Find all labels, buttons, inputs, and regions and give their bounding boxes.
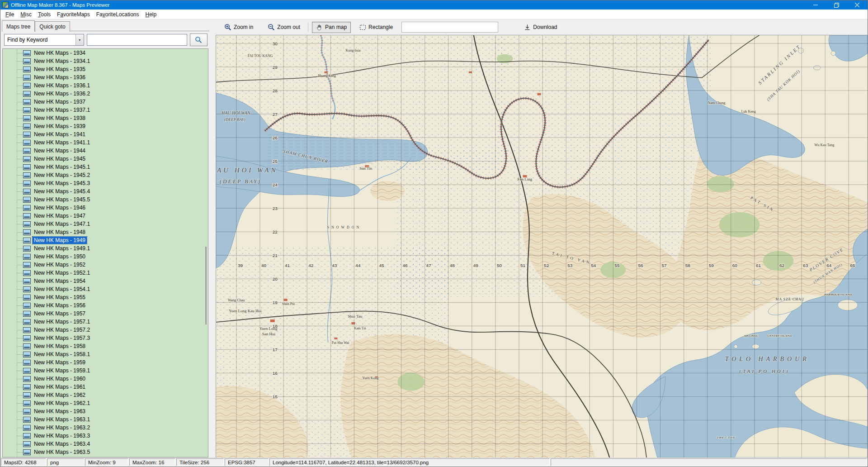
panel-splitter[interactable] [209, 19, 216, 457]
map-image-icon [23, 189, 31, 195]
tree-item[interactable]: New HK Maps - 1945.4 [3, 187, 204, 195]
tree-item[interactable]: New HK Maps - 1954.1 [3, 285, 204, 293]
find-mode-value: Find by Keyword [7, 37, 47, 43]
tree-connector [17, 216, 23, 216]
tree-item[interactable]: New HK Maps - 1944 [3, 147, 204, 155]
tree-item[interactable]: New HK Maps - 1935 [3, 65, 204, 73]
tree-item[interactable]: New HK Maps - 1956 [3, 301, 204, 310]
menu-item-help[interactable]: Help [142, 10, 160, 19]
rectangle-button[interactable]: Rectangle [355, 22, 397, 33]
tree-item[interactable]: New HK Maps - 1960 [3, 375, 204, 383]
tree-item[interactable]: New HK Maps - 1945.1 [3, 163, 204, 171]
tree-item[interactable]: New HK Maps - 1963.1 [3, 415, 204, 424]
map-image-icon [23, 229, 31, 235]
tree-item[interactable]: New HK Maps - 1941.1 [3, 138, 204, 147]
tree-item-selected[interactable]: New HK Maps - 1949 [3, 236, 204, 244]
tree-item[interactable]: New HK Maps - 1963.4 [3, 440, 204, 448]
map-label: San Tin [359, 166, 372, 171]
tree-item[interactable]: New HK Maps - 1936 [3, 73, 204, 81]
tree-connector [17, 118, 23, 119]
tab-maps-tree[interactable]: Maps tree [2, 20, 35, 32]
tree-item[interactable]: New HK Maps - 1950 [3, 253, 204, 261]
menu-item-tools[interactable]: Tools [35, 10, 54, 19]
tree-item[interactable]: New HK Maps - 1958 [3, 342, 204, 350]
grid-easting-label: 62 [779, 263, 785, 268]
tree-item[interactable]: New HK Maps - 1952 [3, 261, 204, 269]
grid-easting-label: 45 [379, 263, 384, 268]
tree-item[interactable]: New HK Maps - 1947.1 [3, 220, 204, 228]
tree-item[interactable]: New HK Maps - 1959.1 [3, 367, 204, 375]
zoom-out-button[interactable]: Zoom out [264, 21, 304, 33]
tree-item[interactable]: New HK Maps - 1937.1 [3, 106, 204, 114]
tree-item[interactable]: New HK Maps - 1952.1 [3, 269, 204, 277]
maximize-button[interactable] [826, 0, 847, 10]
tree-item[interactable]: New HK Maps - 1963.5 [3, 448, 204, 456]
search-input[interactable] [87, 34, 187, 46]
map-image-icon [23, 50, 31, 56]
zoom-in-button[interactable]: Zoom in [220, 21, 257, 33]
chevron-down-icon[interactable]: ▼ [75, 34, 84, 45]
toolbar-input[interactable] [401, 22, 498, 33]
app-icon [2, 2, 9, 8]
tree-item[interactable]: New HK Maps - 1957.3 [3, 334, 204, 342]
tree-item[interactable]: New HK Maps - 1946 [3, 204, 204, 212]
tree-item[interactable]: New HK Maps - 1945.3 [3, 179, 204, 187]
tree-item[interactable]: New HK Maps - 1938 [3, 114, 204, 122]
tree-item[interactable]: New HK Maps - 1934.1 [3, 57, 204, 65]
tree-item[interactable]: New HK Maps - 1957.1 [3, 318, 204, 326]
tree-item[interactable]: New HK Maps - 1957.2 [3, 326, 204, 334]
magnifier-icon [195, 36, 202, 43]
menu-item-favoritemaps[interactable]: FavoriteMaps [54, 10, 93, 19]
tree-item[interactable]: New HK Maps - 1941 [3, 130, 204, 138]
tree-item[interactable]: New HK Maps - 1937 [3, 98, 204, 106]
tree-item[interactable]: New HK Maps - 1934 [3, 49, 204, 57]
tree-item[interactable]: New HK Maps - 1939 [3, 122, 204, 130]
pan-map-button[interactable]: Pan map [312, 22, 351, 33]
tree-item[interactable]: New HK Maps - 1962 [3, 391, 204, 399]
tree-item[interactable]: New HK Maps - 1945.5 [3, 195, 204, 204]
tree-scrollbar-thumb[interactable] [205, 247, 207, 324]
sidebar: Maps tree Quick goto Find by Keyword ▼ [0, 19, 209, 457]
tree-item-label: New HK Maps - 1962.1 [33, 400, 91, 407]
grid-easting-label: 59 [709, 263, 714, 268]
map-label: Shan Pui [282, 302, 295, 306]
tree-item[interactable]: New HK Maps - 1936.1 [3, 81, 204, 90]
tree-item[interactable]: New HK Maps - 1963 [3, 407, 204, 415]
map-view[interactable]: 3029282726252423222120191817161539404142… [216, 35, 868, 457]
menu-item-misc[interactable]: Misc [17, 10, 35, 19]
tree-item[interactable]: New HK Maps - 1962.1 [3, 399, 204, 407]
map-image-icon [23, 409, 31, 415]
tree-item[interactable]: New HK Maps - 1945 [3, 155, 204, 163]
tree-item[interactable]: New HK Maps - 1963.2 [3, 424, 204, 432]
titlebar: Offline Map Maker 8.367 - Maps Previewer [0, 0, 868, 10]
tree-item-label: New HK Maps - 1945 [33, 155, 87, 162]
tree-item[interactable]: New HK Maps - 1936.2 [3, 90, 204, 98]
tree-item[interactable]: New HK Maps - 1958.1 [3, 350, 204, 358]
tree-item[interactable]: New HK Maps - 1957 [3, 310, 204, 318]
tree-item-label: New HK Maps - 1959.1 [33, 367, 91, 374]
menu-item-favoritelocations[interactable]: FavoriteLocations [93, 10, 142, 19]
tab-quick-goto[interactable]: Quick goto [35, 21, 70, 32]
tree-item-label: New HK Maps - 1952 [33, 261, 87, 268]
tree-item[interactable]: New HK Maps - 1963.3 [3, 432, 204, 440]
download-button[interactable]: Download [520, 22, 561, 33]
grid-easting-label: 41 [285, 263, 290, 268]
tree-item-label: New HK Maps - 1957.3 [33, 334, 91, 342]
close-button[interactable] [847, 0, 868, 10]
tree-item-label: New HK Maps - 1946 [33, 204, 87, 211]
tree-connector [17, 143, 23, 143]
tree-item[interactable]: New HK Maps - 1955 [3, 293, 204, 301]
tree-item[interactable]: New HK Maps - 1949.1 [3, 244, 204, 253]
tree-item[interactable]: New HK Maps - 1959 [3, 358, 204, 367]
tree-item[interactable]: New HK Maps - 1945.2 [3, 171, 204, 179]
find-mode-combo[interactable]: Find by Keyword ▼ [4, 34, 84, 46]
menu-item-file[interactable]: File [2, 10, 17, 19]
tree-item[interactable]: New HK Maps - 1961 [3, 383, 204, 391]
tree-item[interactable]: New HK Maps - 1947 [3, 212, 204, 220]
tree-item[interactable]: New HK Maps - 1954 [3, 277, 204, 285]
tree-item[interactable]: New HK Maps - 1948 [3, 228, 204, 236]
search-button[interactable] [190, 33, 208, 46]
grid-easting-label: 43 [332, 263, 337, 268]
grid-easting-label: 60 [732, 263, 738, 268]
minimize-button[interactable] [805, 0, 826, 10]
